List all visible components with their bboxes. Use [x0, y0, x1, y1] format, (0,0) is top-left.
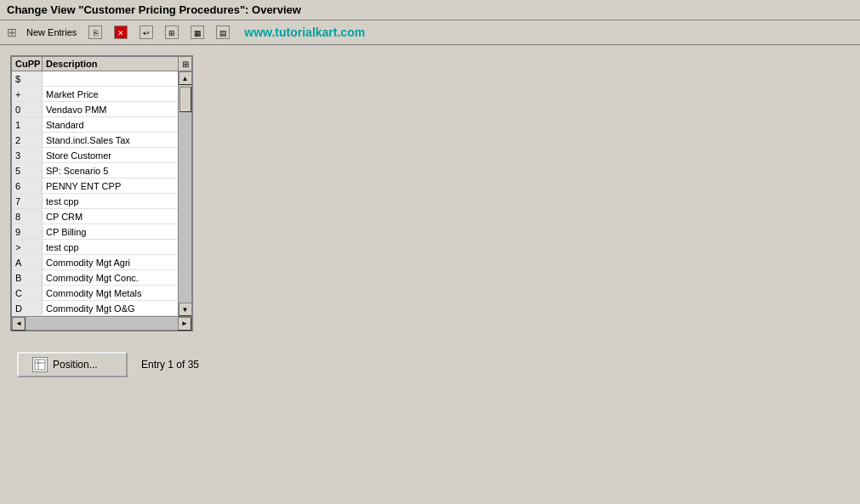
toolbar: ⊞ New Entries ⎘ ✕ ↩ ⊞ ▦ ▤ www.tutorialka… — [0, 20, 860, 45]
cell-cupp: 9 — [12, 224, 43, 239]
scroll-up-button[interactable]: ▲ — [179, 71, 192, 85]
bottom-area: Position... Entry 1 of 35 — [10, 348, 850, 381]
cell-cupp: C — [12, 286, 43, 300]
vertical-scrollbar[interactable]: ▲ ▼ — [178, 71, 191, 316]
cell-description: Commodity Mgt O&G — [43, 301, 178, 315]
new-entries-label: New Entries — [26, 27, 77, 37]
cell-description: SP: Scenario 5 — [43, 163, 178, 178]
config-icon: ⊞ — [165, 25, 179, 39]
cell-description: test cpp — [43, 194, 178, 208]
toolbar-icon-4[interactable]: ⊞ — [161, 23, 183, 42]
window-title: Change View "Customer Pricing Procedures… — [7, 3, 301, 16]
table-row[interactable]: 1 Standard — [12, 117, 178, 133]
scroll-left-button[interactable]: ◄ — [12, 317, 26, 331]
cell-description: Commodity Mgt Conc. — [43, 270, 178, 285]
table-row[interactable]: 5 SP: Scenario 5 — [12, 163, 178, 178]
table-row[interactable]: B Commodity Mgt Conc. — [12, 270, 178, 286]
scrollbar-thumb[interactable] — [179, 87, 191, 112]
table-header: CuPP Description ⊞ — [12, 57, 191, 71]
cell-description: CP Billing — [43, 224, 178, 239]
scroll-right-button[interactable]: ► — [178, 317, 191, 331]
cell-description: Store Customer — [43, 148, 178, 162]
column-header-cupp: CuPP — [12, 57, 43, 71]
table-row[interactable]: + Market Price — [12, 87, 178, 102]
cell-description: CP CRM — [43, 209, 178, 224]
main-content: CuPP Description ⊞ $ + Market Price 0 — [0, 45, 860, 388]
cell-cupp: 7 — [12, 194, 43, 208]
cell-description: Commodity Mgt Metals — [43, 286, 178, 300]
table-row[interactable]: 6 PENNY ENT CPP — [12, 178, 178, 194]
table-row[interactable]: > test cpp — [12, 240, 178, 255]
scroll-down-button[interactable]: ▼ — [179, 303, 192, 316]
menu-icon: ⊞ — [5, 25, 19, 39]
grid-icon: ▤ — [216, 25, 230, 39]
column-resize-handle[interactable]: ⊞ — [178, 57, 191, 71]
table-row[interactable]: C Commodity Mgt Metals — [12, 286, 178, 301]
new-entries-button[interactable]: New Entries — [22, 25, 81, 40]
table-row[interactable]: 9 CP Billing — [12, 224, 178, 240]
entry-info: Entry 1 of 35 — [141, 359, 199, 371]
cell-cupp: 6 — [12, 178, 43, 193]
column-header-description: Description — [43, 57, 178, 71]
cell-cupp: 3 — [12, 148, 43, 162]
table-row[interactable]: 2 Stand.incl.Sales Tax — [12, 133, 178, 148]
cell-description: Standard — [43, 117, 178, 132]
cell-cupp: D — [12, 301, 43, 315]
toolbar-icon-2[interactable]: ✕ — [110, 23, 132, 42]
delete-icon: ✕ — [114, 25, 128, 39]
table-row[interactable]: 8 CP CRM — [12, 209, 178, 224]
cell-description: Commodity Mgt Agri — [43, 255, 178, 269]
watermark-text: www.tutorialkart.com — [244, 25, 365, 39]
position-icon — [32, 357, 48, 372]
toolbar-icon-6[interactable]: ▤ — [212, 23, 234, 42]
position-button[interactable]: Position... — [17, 352, 128, 377]
table-scroll-area: $ + Market Price 0 Vendavo PMM 1 Standar… — [12, 71, 191, 316]
cell-description: Stand.incl.Sales Tax — [43, 133, 178, 147]
svg-rect-0 — [35, 360, 45, 370]
table-row[interactable]: 3 Store Customer — [12, 148, 178, 163]
cell-cupp: B — [12, 270, 43, 285]
scrollbar-track[interactable] — [179, 85, 192, 303]
undo-icon: ↩ — [140, 25, 153, 39]
table-row[interactable]: $ — [12, 71, 178, 87]
h-scrollbar-track[interactable] — [26, 318, 178, 330]
title-bar: Change View "Customer Pricing Procedures… — [0, 0, 860, 20]
cell-description: Market Price — [43, 87, 178, 101]
table-rows: $ + Market Price 0 Vendavo PMM 1 Standar… — [12, 71, 178, 316]
data-table: CuPP Description ⊞ $ + Market Price 0 — [10, 55, 193, 331]
table-row[interactable]: A Commodity Mgt Agri — [12, 255, 178, 270]
cell-cupp: $ — [12, 71, 43, 86]
cell-cupp: + — [12, 87, 43, 101]
table-row[interactable]: 0 Vendavo PMM — [12, 102, 178, 117]
copy-icon: ⎘ — [88, 25, 102, 39]
table-row[interactable]: 7 test cpp — [12, 194, 178, 209]
cell-description: test cpp — [43, 240, 178, 254]
cell-cupp: 5 — [12, 163, 43, 178]
table-row[interactable]: D Commodity Mgt O&G — [12, 301, 178, 316]
cell-cupp: 8 — [12, 209, 43, 224]
horizontal-scrollbar[interactable]: ◄ ► — [12, 316, 191, 330]
position-label: Position... — [53, 359, 98, 371]
cell-description: PENNY ENT CPP — [43, 178, 178, 193]
cell-cupp: A — [12, 255, 43, 269]
cell-cupp: 1 — [12, 117, 43, 132]
cell-cupp: 2 — [12, 133, 43, 147]
view-icon: ▦ — [191, 25, 204, 39]
cell-cupp: 0 — [12, 102, 43, 116]
toolbar-icon-3[interactable]: ↩ — [135, 23, 157, 42]
cell-description: Vendavo PMM — [43, 102, 178, 116]
cell-description — [43, 71, 178, 86]
cell-cupp: > — [12, 240, 43, 254]
toolbar-icon-1[interactable]: ⎘ — [84, 23, 106, 42]
toolbar-icon-5[interactable]: ▦ — [186, 23, 208, 42]
